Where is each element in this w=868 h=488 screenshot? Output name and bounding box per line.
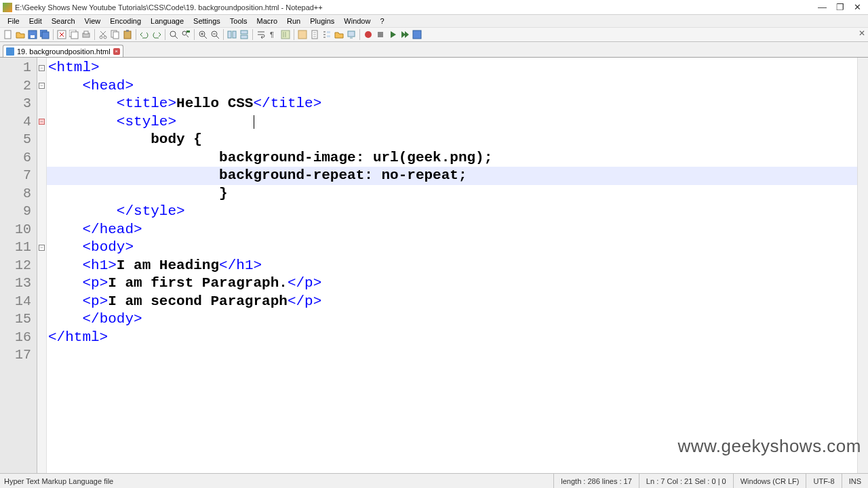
window-controls: — ❐ ✕ xyxy=(818,2,865,12)
line-number: 1 xyxy=(0,59,37,77)
code-line[interactable]: </html> xyxy=(47,329,868,347)
replace-icon[interactable] xyxy=(180,29,191,40)
fold-toggle-icon[interactable]: − xyxy=(39,83,45,89)
doc-map-icon[interactable] xyxy=(309,29,320,40)
svg-rect-18 xyxy=(186,30,190,33)
fold-toggle-icon[interactable]: − xyxy=(39,245,45,251)
menu-help[interactable]: ? xyxy=(375,16,389,26)
code-line[interactable]: <style> xyxy=(47,113,868,131)
status-eol[interactable]: Windows (CR LF) xyxy=(733,474,806,488)
sync-h-icon[interactable] xyxy=(239,29,250,40)
open-file-icon[interactable] xyxy=(15,29,26,40)
svg-rect-13 xyxy=(113,32,119,39)
code-line[interactable]: <p>I am first Paragraph.</p> xyxy=(47,274,868,293)
editor: 1234567891011121314151617 −−−− <html> <h… xyxy=(0,57,868,473)
close-icon[interactable] xyxy=(56,29,67,40)
code-line[interactable]: } xyxy=(47,185,868,203)
code-line[interactable]: <p>I am second Paragraph</p> xyxy=(47,293,868,311)
fold-cell xyxy=(37,221,46,239)
copy-icon[interactable] xyxy=(110,29,121,40)
code-line[interactable]: <body> xyxy=(47,239,868,257)
svg-rect-14 xyxy=(124,31,131,39)
svg-rect-33 xyxy=(378,32,383,37)
menu-language[interactable]: Language xyxy=(146,16,189,26)
editor-close-icon[interactable]: ✕ xyxy=(859,28,865,38)
menu-run[interactable]: Run xyxy=(282,16,305,26)
fold-cell: − xyxy=(37,77,46,96)
close-all-icon[interactable] xyxy=(68,29,79,40)
code-line[interactable]: body { xyxy=(47,131,868,149)
paste-icon[interactable] xyxy=(122,29,133,40)
status-encoding[interactable]: UTF-8 xyxy=(806,474,841,488)
tab-close-icon[interactable]: × xyxy=(113,48,120,55)
save-icon[interactable] xyxy=(27,29,38,40)
code-line[interactable]: </body> xyxy=(47,310,868,329)
folder-icon[interactable] xyxy=(334,29,344,40)
fold-cell xyxy=(37,329,46,347)
svg-rect-9 xyxy=(84,31,88,34)
svg-rect-4 xyxy=(42,32,49,39)
svg-rect-31 xyxy=(348,31,355,37)
code-line[interactable]: <head> xyxy=(47,77,868,96)
file-tab[interactable]: 19. backgroundposition.html × xyxy=(3,45,123,57)
func-list-icon[interactable] xyxy=(321,29,332,40)
menu-file[interactable]: File xyxy=(3,16,24,26)
monitor-icon[interactable] xyxy=(346,29,357,40)
save-macro-icon[interactable] xyxy=(412,29,422,40)
stop-icon[interactable] xyxy=(375,29,386,40)
indent-guide-icon[interactable] xyxy=(280,29,291,40)
line-number: 6 xyxy=(0,149,37,167)
menu-view[interactable]: View xyxy=(80,16,106,26)
menu-settings[interactable]: Settings xyxy=(189,16,225,26)
menu-encoding[interactable]: Encoding xyxy=(105,16,146,26)
sync-v-icon[interactable] xyxy=(226,29,237,40)
code-line[interactable]: <html> xyxy=(47,59,868,77)
menu-edit[interactable]: Edit xyxy=(24,16,47,26)
fold-toggle-icon[interactable]: − xyxy=(39,65,45,71)
tabbar: 19. backgroundposition.html × xyxy=(0,42,868,57)
fold-toggle-icon[interactable]: − xyxy=(39,119,45,125)
fold-cell xyxy=(37,149,46,167)
line-number: 16 xyxy=(0,329,37,347)
status-length: length : 286 lines : 17 xyxy=(553,474,639,488)
close-button[interactable]: ✕ xyxy=(854,2,861,12)
maximize-button[interactable]: ❐ xyxy=(836,2,844,12)
code-line[interactable]: </style> xyxy=(47,203,868,221)
play-multi-icon[interactable] xyxy=(399,29,410,40)
vertical-scrollbar[interactable] xyxy=(857,58,868,473)
redo-icon[interactable] xyxy=(151,29,162,40)
menu-plugins[interactable]: Plugins xyxy=(305,16,339,26)
line-number: 14 xyxy=(0,293,37,311)
svg-point-16 xyxy=(170,31,176,37)
find-icon[interactable] xyxy=(168,29,179,40)
zoom-out-icon[interactable] xyxy=(210,29,220,40)
cut-icon[interactable] xyxy=(98,29,108,40)
fold-cell xyxy=(37,167,46,185)
print-icon[interactable] xyxy=(81,29,92,40)
menu-window[interactable]: Window xyxy=(339,16,375,26)
menu-search[interactable]: Search xyxy=(47,16,80,26)
lang-user-icon[interactable] xyxy=(297,29,308,40)
play-icon[interactable] xyxy=(387,29,398,40)
minimize-button[interactable]: — xyxy=(818,2,827,12)
code-line[interactable]: </head> xyxy=(47,221,868,239)
record-icon[interactable] xyxy=(363,29,374,40)
text-caret xyxy=(254,115,254,129)
save-all-icon[interactable] xyxy=(39,29,50,40)
menu-macro[interactable]: Macro xyxy=(252,16,282,26)
new-file-icon[interactable] xyxy=(3,29,14,40)
menu-tools[interactable]: Tools xyxy=(225,16,252,26)
undo-icon[interactable] xyxy=(139,29,150,40)
status-filetype: Hyper Text Markup Language file xyxy=(0,477,553,485)
status-mode[interactable]: INS xyxy=(842,474,868,488)
wordwrap-icon[interactable] xyxy=(256,29,267,40)
code-line[interactable] xyxy=(47,346,868,365)
code-line[interactable]: <h1>I am Heading</h1> xyxy=(47,257,868,275)
show-all-chars-icon[interactable]: ¶ xyxy=(268,29,279,40)
code-area[interactable]: <html> <head> <title>Hello CSS</title> <… xyxy=(47,58,868,473)
zoom-in-icon[interactable] xyxy=(197,29,208,40)
code-line[interactable]: <title>Hello CSS</title> xyxy=(47,95,868,113)
fold-cell xyxy=(37,203,46,221)
code-line[interactable]: background-repeat: no-repeat; xyxy=(47,167,868,185)
code-line[interactable]: background-image: url(geek.png); xyxy=(47,149,868,167)
